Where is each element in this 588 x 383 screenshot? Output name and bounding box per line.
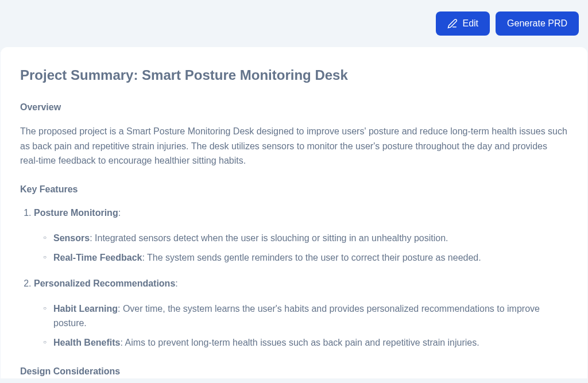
feature-subitem: Real-Time Feedback: The system sends gen… [43,250,568,265]
design-heading: Design Considerations [20,364,568,378]
page-title: Project Summary: Smart Posture Monitorin… [20,64,568,86]
features-list: Posture Monitoring: Sensors: Integrated … [34,206,568,350]
document-scroll-area[interactable]: Project Summary: Smart Posture Monitorin… [1,47,587,378]
subitem-desc: : Aims to prevent long-term health issue… [120,338,479,347]
subitem-name: Real-Time Feedback [53,253,142,262]
subitem-name: Habit Learning [53,304,118,314]
generate-prd-label: Generate PRD [507,18,567,29]
subitem-desc: : The system sends gentle reminders to t… [142,253,481,262]
edit-icon [447,18,458,29]
generate-prd-button[interactable]: Generate PRD [496,11,579,36]
subitem-name: Sensors [53,233,90,243]
feature-item: Posture Monitoring: Sensors: Integrated … [34,206,568,265]
overview-heading: Overview [20,100,568,115]
feature-subitem: Health Benefits: Aims to prevent long-te… [43,335,568,350]
feature-subitem: Sensors: Integrated sensors detect when … [43,231,568,246]
feature-name: Personalized Recommendations [34,278,175,288]
overview-text: The proposed project is a Smart Posture … [20,124,568,168]
subitem-desc: : Integrated sensors detect when the use… [90,233,448,243]
subitem-desc: : Over time, the system learns the user'… [53,304,540,328]
feature-subitems: Habit Learning: Over time, the system le… [43,301,568,350]
header-toolbar: Edit Generate PRD [0,0,588,47]
document-card: Project Summary: Smart Posture Monitorin… [1,47,587,378]
feature-subitems: Sensors: Integrated sensors detect when … [43,231,568,265]
feature-subitem: Habit Learning: Over time, the system le… [43,301,568,331]
feature-item: Personalized Recommendations: Habit Lear… [34,276,568,350]
feature-name: Posture Monitoring [34,208,118,218]
edit-button[interactable]: Edit [436,11,490,36]
subitem-name: Health Benefits [53,338,120,347]
edit-button-label: Edit [462,18,478,29]
features-heading: Key Features [20,182,568,197]
